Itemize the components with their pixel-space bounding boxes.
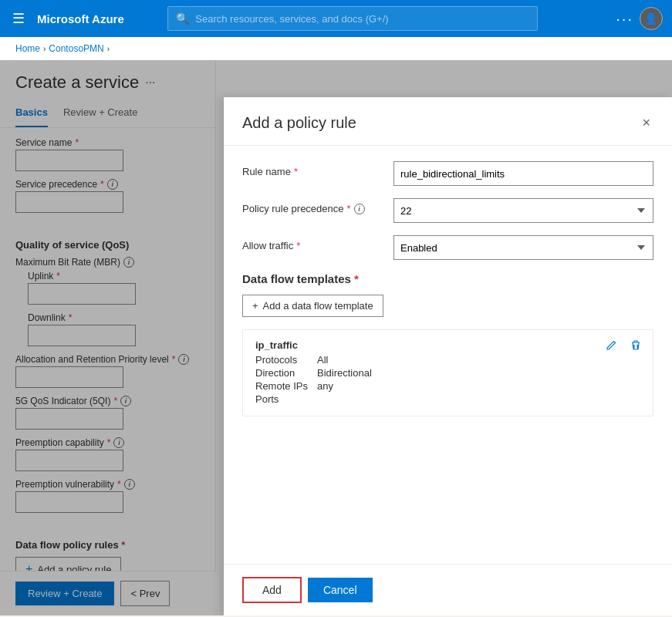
- breadcrumb-contoso[interactable]: ContosoPMN: [49, 43, 103, 54]
- protocols-key: Protocols: [255, 354, 317, 366]
- allow-traffic-control: Enabled Disabled: [393, 235, 653, 260]
- precedence-row: Policy rule precedence * i 22 1 10 100: [242, 198, 653, 223]
- allow-traffic-row: Allow traffic * Enabled Disabled: [242, 235, 653, 260]
- protocols-value: All: [317, 354, 328, 366]
- dft-required-marker: *: [354, 272, 359, 285]
- dft-card: ip_traffic Protocols All Direction Bidir…: [242, 329, 653, 416]
- template-protocols-row: Protocols All: [255, 354, 640, 366]
- azure-logo: Microsoft Azure: [37, 12, 124, 25]
- dft-section: Data flow templates * + Add a data flow …: [242, 272, 653, 416]
- dialog-body: Rule name * Policy rule precedence * i 2…: [224, 146, 672, 564]
- search-icon: 🔍: [176, 12, 189, 25]
- delete-template-button[interactable]: [628, 338, 643, 356]
- top-navigation: ☰ Microsoft Azure 🔍 ··· 👤: [0, 0, 672, 37]
- nav-actions: ··· 👤: [616, 7, 663, 30]
- add-button[interactable]: Add: [242, 577, 302, 603]
- dialog-footer: Add Cancel: [224, 564, 672, 615]
- chevron-right-icon: ›: [43, 45, 46, 53]
- avatar[interactable]: 👤: [640, 7, 663, 30]
- add-data-flow-template-button[interactable]: + Add a data flow template: [242, 295, 383, 317]
- search-input[interactable]: [195, 13, 529, 25]
- template-ports-row: Ports: [255, 393, 640, 405]
- direction-key: Direction: [255, 367, 317, 379]
- breadcrumb-home[interactable]: Home: [15, 43, 40, 54]
- chevron-right-icon-2: ›: [107, 45, 110, 53]
- more-options-icon[interactable]: ···: [616, 10, 633, 28]
- remote-ips-key: Remote IPs: [255, 380, 317, 392]
- dft-heading: Data flow templates *: [242, 272, 653, 285]
- dialog-header: Add a policy rule ×: [224, 97, 672, 146]
- rule-name-input[interactable]: [393, 161, 653, 186]
- breadcrumb: Home › ContosoPMN ›: [0, 37, 672, 60]
- allow-traffic-select[interactable]: Enabled Disabled: [393, 235, 653, 260]
- rule-name-control: [393, 161, 653, 186]
- info-icon-dialog-precedence[interactable]: i: [354, 204, 365, 214]
- dialog-title: Add a policy rule: [242, 114, 356, 132]
- add-policy-rule-dialog: Add a policy rule × Rule name * Policy r…: [224, 97, 672, 615]
- allow-traffic-label: Allow traffic *: [242, 235, 381, 251]
- dft-card-actions: [603, 338, 643, 356]
- search-bar: 🔍: [167, 6, 538, 31]
- rule-name-row: Rule name *: [242, 161, 653, 186]
- edit-template-button[interactable]: [603, 338, 619, 356]
- dft-plus-icon: +: [252, 300, 258, 312]
- precedence-select[interactable]: 22 1 10 100: [393, 198, 653, 223]
- main-layout: Create a service ··· Basics Review + Cre…: [0, 60, 672, 615]
- template-direction-row: Direction Bidirectional: [255, 367, 640, 379]
- precedence-label: Policy rule precedence * i: [242, 198, 381, 214]
- cancel-button[interactable]: Cancel: [308, 578, 373, 602]
- hamburger-menu-icon[interactable]: ☰: [9, 7, 28, 30]
- ports-key: Ports: [255, 393, 317, 405]
- direction-value: Bidirectional: [317, 367, 372, 379]
- precedence-control: 22 1 10 100: [393, 198, 653, 223]
- required-allow-traffic: *: [296, 240, 300, 251]
- dialog-close-button[interactable]: ×: [639, 113, 653, 133]
- avatar-icon: 👤: [644, 12, 657, 25]
- rule-name-label: Rule name *: [242, 161, 381, 177]
- required-rule-name: *: [294, 166, 298, 177]
- remote-ips-value: any: [317, 380, 333, 392]
- required-precedence: *: [347, 203, 351, 214]
- template-remote-ips-row: Remote IPs any: [255, 380, 640, 392]
- template-name: ip_traffic: [255, 339, 640, 351]
